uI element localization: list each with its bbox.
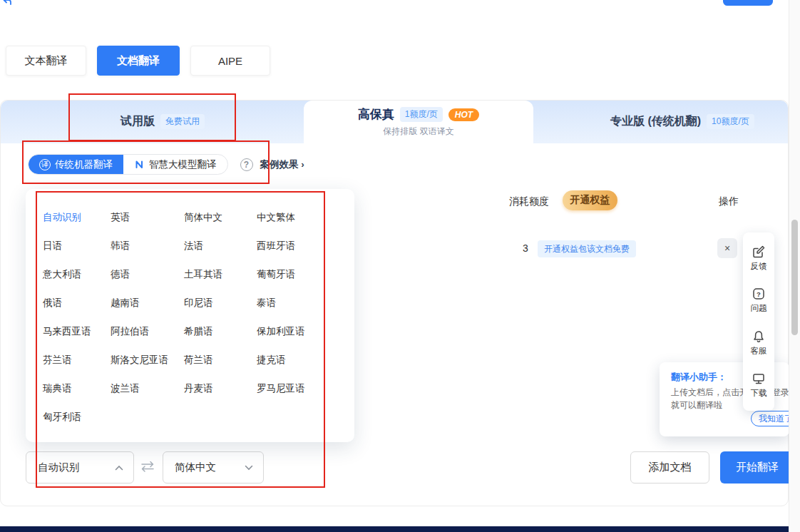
language-option[interactable]: 马来西亚语 bbox=[43, 325, 111, 338]
llm-icon bbox=[134, 159, 145, 170]
download-item[interactable]: 下载 bbox=[751, 372, 767, 399]
tab-doc-translate[interactable]: 文档翻译 bbox=[97, 46, 180, 76]
top-right-button[interactable] bbox=[723, 0, 773, 6]
case-examples-link[interactable]: 案例效果 › bbox=[260, 158, 304, 171]
language-option[interactable]: 日语 bbox=[43, 240, 111, 252]
language-option[interactable]: 自动识别 bbox=[43, 211, 111, 224]
language-option[interactable]: 西班牙语 bbox=[257, 240, 354, 252]
scrollbar-thumb[interactable] bbox=[791, 220, 798, 335]
bell-icon bbox=[752, 329, 766, 344]
translate-nav-tabs: 文本翻译 文档翻译 AIPE bbox=[6, 46, 270, 76]
question-icon: ? bbox=[752, 287, 766, 301]
target-language-select[interactable]: 简体中文 bbox=[163, 451, 264, 484]
language-option[interactable]: 匈牙利语 bbox=[43, 411, 111, 424]
question-item[interactable]: ? 问题 bbox=[751, 287, 767, 314]
plan-tab-pro[interactable]: 专业版 (传统机翻) 10额度/页 bbox=[610, 114, 754, 129]
language-option[interactable]: 斯洛文尼亚语 bbox=[111, 354, 184, 367]
language-option[interactable]: 保加利亚语 bbox=[257, 325, 354, 338]
help-icon[interactable]: ? bbox=[240, 158, 253, 171]
language-option[interactable]: 简体中文 bbox=[184, 211, 257, 224]
language-option[interactable]: 罗马尼亚语 bbox=[257, 382, 354, 395]
chevron-up-icon bbox=[115, 465, 123, 471]
pro-name: 专业版 (传统机翻) bbox=[610, 114, 701, 129]
hifi-price-badge: 1额度/页 bbox=[400, 107, 443, 122]
language-option[interactable]: 芬兰语 bbox=[43, 354, 111, 367]
start-translate-button[interactable]: 开始翻译 bbox=[720, 451, 794, 484]
plan-tab-band: 试用版 免费试用 高保真 1额度/页 HOT 保持排版 双语译文 专业版 (传统… bbox=[1, 101, 788, 143]
swap-languages-icon[interactable] bbox=[140, 460, 155, 473]
language-option[interactable]: 波兰语 bbox=[111, 382, 184, 395]
mode-toggle-group: 译 传统机器翻译 智慧大模型翻译 bbox=[28, 154, 228, 175]
svg-text:?: ? bbox=[757, 290, 761, 298]
actions-column-header: 操作 bbox=[719, 195, 739, 208]
language-option[interactable]: 希腊语 bbox=[184, 325, 257, 338]
language-option[interactable]: 法语 bbox=[184, 240, 257, 252]
tab-aipe[interactable]: AIPE bbox=[190, 46, 270, 76]
language-option[interactable]: 阿拉伯语 bbox=[111, 325, 184, 338]
hot-badge: HOT bbox=[448, 108, 479, 121]
document-translate-page: 文本翻译 文档翻译 AIPE 试用版 免费试用 高保真 1额度/页 HOT 保持… bbox=[0, 0, 800, 532]
question-label: 问题 bbox=[751, 303, 767, 314]
remove-doc-button[interactable]: × bbox=[717, 238, 737, 258]
language-option[interactable]: 捷克语 bbox=[257, 354, 354, 367]
language-option[interactable]: 德语 bbox=[111, 268, 184, 281]
vertical-scrollbar[interactable] bbox=[789, 0, 800, 532]
language-option[interactable]: 丹麦语 bbox=[184, 382, 257, 395]
pro-price-badge: 10额度/页 bbox=[707, 114, 754, 129]
language-option[interactable]: 中文繁体 bbox=[257, 211, 354, 224]
language-option[interactable]: 瑞典语 bbox=[43, 382, 111, 395]
tooltip-line1: 上传文档后，点击开 bbox=[671, 387, 748, 399]
credits-column-header: 消耗额度 bbox=[509, 195, 549, 208]
source-language-select[interactable]: 自动识别 bbox=[26, 451, 134, 484]
language-grid: 自动识别 英语 简体中文 中文繁体 日语 韩语 法语 西班牙语 意大利语 德语 … bbox=[26, 189, 354, 431]
doc-row-credits: 3 bbox=[523, 242, 528, 254]
chevron-down-icon bbox=[245, 465, 253, 471]
tooltip-title: 翻译小助手： bbox=[671, 371, 727, 384]
mode-row: 译 传统机器翻译 智慧大模型翻译 ? 案例效果 › bbox=[28, 154, 304, 175]
download-label: 下载 bbox=[751, 388, 767, 399]
mode-traditional[interactable]: 译 传统机器翻译 bbox=[29, 155, 123, 174]
add-document-button[interactable]: 添加文档 bbox=[630, 451, 709, 484]
tooltip-line2: 就可以翻译啦 bbox=[671, 399, 722, 411]
back-arrow-icon[interactable] bbox=[1, 0, 13, 7]
hifi-name: 高保真 bbox=[358, 106, 394, 123]
source-language-value: 自动识别 bbox=[38, 461, 115, 474]
tab-text-translate[interactable]: 文本翻译 bbox=[6, 46, 86, 76]
language-option[interactable]: 印尼语 bbox=[184, 297, 257, 310]
language-option[interactable]: 土耳其语 bbox=[184, 268, 257, 281]
support-item[interactable]: 客服 bbox=[751, 329, 767, 357]
mode-llm[interactable]: 智慧大模型翻译 bbox=[123, 155, 227, 174]
doc-free-badge: 开通权益包该文档免费 bbox=[538, 240, 636, 257]
mode-llm-label: 智慧大模型翻译 bbox=[149, 158, 217, 171]
language-option[interactable]: 意大利语 bbox=[43, 268, 111, 281]
language-option[interactable]: 越南语 bbox=[111, 297, 184, 310]
language-option[interactable]: 英语 bbox=[111, 211, 184, 224]
mode-traditional-label: 传统机器翻译 bbox=[55, 158, 113, 171]
language-option[interactable]: 俄语 bbox=[43, 297, 111, 310]
hifi-title-row: 高保真 1额度/页 HOT bbox=[358, 106, 479, 123]
monitor-icon bbox=[752, 372, 766, 386]
side-toolbar: 反馈 ? 问题 客服 下载 bbox=[743, 232, 774, 411]
feedback-item[interactable]: 反馈 bbox=[751, 245, 767, 272]
edit-icon bbox=[752, 245, 766, 259]
target-language-value: 简体中文 bbox=[175, 461, 245, 474]
footer-strip bbox=[0, 526, 789, 532]
trial-free-badge: 免费试用 bbox=[160, 114, 205, 129]
open-benefits-button[interactable]: 开通权益 bbox=[563, 190, 617, 210]
trial-name: 试用版 bbox=[120, 114, 155, 129]
translate-circle-icon: 译 bbox=[39, 159, 51, 170]
feedback-label: 反馈 bbox=[751, 261, 767, 272]
plan-tab-trial[interactable]: 试用版 免费试用 bbox=[120, 114, 205, 129]
support-label: 客服 bbox=[751, 346, 767, 357]
hifi-subtitle: 保持排版 双语译文 bbox=[383, 126, 453, 138]
language-option[interactable]: 葡萄牙语 bbox=[257, 268, 354, 281]
plan-tab-hifi[interactable]: 高保真 1额度/页 HOT 保持排版 双语译文 bbox=[304, 106, 533, 138]
language-dropdown-panel: 自动识别 英语 简体中文 中文繁体 日语 韩语 法语 西班牙语 意大利语 德语 … bbox=[26, 189, 354, 442]
language-option[interactable]: 荷兰语 bbox=[184, 354, 257, 367]
tooltip-login-text: 登录 bbox=[772, 387, 789, 399]
language-option[interactable]: 韩语 bbox=[111, 240, 184, 252]
language-option[interactable]: 泰语 bbox=[257, 297, 354, 310]
